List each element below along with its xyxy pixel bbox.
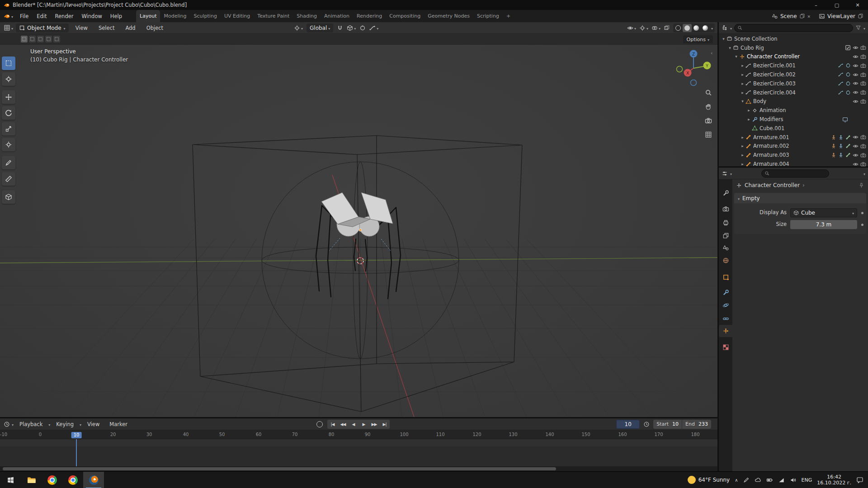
- timeline-editor-icon[interactable]: [4, 421, 10, 427]
- animate-property-dot[interactable]: [861, 224, 863, 226]
- menu-select[interactable]: Select: [94, 22, 118, 33]
- eye-icon[interactable]: [853, 152, 859, 158]
- eye-icon[interactable]: [853, 134, 859, 140]
- tab-tool-properties[interactable]: [719, 187, 732, 199]
- animate-property-dot[interactable]: [861, 212, 863, 214]
- minimize-button[interactable]: [806, 0, 826, 10]
- mode-selector[interactable]: Object Mode: [16, 23, 69, 33]
- language-indicator[interactable]: ENG: [802, 477, 812, 483]
- workspace-tab-uv-editing[interactable]: UV Editing: [221, 10, 254, 22]
- workspace-tab-rendering[interactable]: Rendering: [353, 10, 386, 22]
- network-icon[interactable]: [778, 477, 785, 483]
- falloff-button[interactable]: [369, 25, 378, 31]
- clock-widget[interactable]: 16:42 16.10.2022 г.: [817, 474, 851, 486]
- blender-taskbar-button[interactable]: [83, 472, 104, 488]
- disclosure-icon[interactable]: [721, 37, 726, 41]
- menu-playback[interactable]: Playback: [15, 418, 47, 430]
- exclude-checkbox-icon[interactable]: [845, 45, 851, 51]
- object-visibility-button[interactable]: [627, 25, 636, 31]
- eye-icon[interactable]: [853, 161, 859, 166]
- previous-keyframe-button[interactable]: [338, 422, 348, 427]
- menu-view[interactable]: View: [71, 22, 92, 33]
- timeline-tracks[interactable]: [0, 439, 717, 466]
- camera-icon[interactable]: [860, 54, 866, 60]
- outliner-row[interactable]: Cubo Rig: [719, 43, 868, 52]
- workspace-tab-compositing[interactable]: Compositing: [386, 10, 424, 22]
- action-center-icon[interactable]: [856, 476, 863, 483]
- timeline-scrollbar[interactable]: [0, 466, 717, 471]
- outliner-row[interactable]: Armature.003: [719, 150, 868, 160]
- tab-viewlayer-properties[interactable]: [719, 230, 732, 242]
- disclosure-icon[interactable]: [746, 108, 752, 113]
- pin-icon[interactable]: [859, 183, 864, 188]
- eye-icon[interactable]: [853, 99, 859, 104]
- select-mode-intersect-button[interactable]: [53, 36, 60, 42]
- disclosure-icon[interactable]: [740, 144, 745, 148]
- show-gizmo-button[interactable]: [639, 25, 648, 31]
- shading-rendered-button[interactable]: [701, 24, 710, 32]
- add-workspace-button[interactable]: +: [503, 10, 514, 22]
- select-mode-new-button[interactable]: [21, 36, 28, 42]
- sidebar-toggle-arrow[interactable]: ‹: [711, 50, 712, 56]
- transform-tool[interactable]: [2, 138, 15, 151]
- menu-window[interactable]: Window: [78, 10, 106, 22]
- tab-physics-properties[interactable]: [719, 299, 732, 311]
- camera-icon[interactable]: [860, 152, 866, 158]
- spider-character[interactable]: [316, 192, 401, 299]
- empty-panel-header[interactable]: Empty: [734, 193, 866, 203]
- snap-magnet-icon[interactable]: [337, 25, 343, 31]
- start-button[interactable]: [0, 472, 21, 488]
- outliner-search-input[interactable]: [734, 24, 853, 32]
- scrollbar-thumb[interactable]: [3, 467, 556, 470]
- character-controller-cube[interactable]: [193, 136, 522, 412]
- outliner-row[interactable]: BezierCircle.001: [719, 61, 868, 70]
- chrome-button[interactable]: [42, 472, 62, 488]
- add-cube-tool[interactable]: [2, 190, 15, 204]
- transform-orientation-button[interactable]: Global: [307, 23, 333, 33]
- unlink-scene-icon[interactable]: [807, 13, 811, 19]
- disclosure-icon[interactable]: [740, 135, 745, 140]
- camera-icon[interactable]: [860, 72, 866, 78]
- chrome-button-2[interactable]: [62, 472, 83, 488]
- disclosure-icon[interactable]: [740, 81, 745, 86]
- workspace-tab-geometry-nodes[interactable]: Geometry Nodes: [424, 10, 473, 22]
- battery-icon[interactable]: [766, 477, 773, 483]
- next-keyframe-button[interactable]: [369, 422, 379, 427]
- play-reverse-button[interactable]: [348, 422, 359, 427]
- outliner-row[interactable]: Animation: [719, 106, 868, 115]
- select-mode-invert-button[interactable]: [45, 36, 52, 42]
- onedrive-cloud-icon[interactable]: [755, 477, 761, 483]
- measure-tool[interactable]: [2, 172, 15, 186]
- gizmo-axis-neg-y[interactable]: [677, 66, 683, 72]
- camera-icon[interactable]: [860, 143, 866, 149]
- proportional-edit-icon[interactable]: [359, 25, 366, 31]
- current-frame-field[interactable]: 10: [616, 420, 640, 429]
- filter-icon[interactable]: [855, 25, 861, 31]
- tab-texture-properties[interactable]: [719, 341, 732, 353]
- file-explorer-button[interactable]: [21, 472, 42, 488]
- properties-search-input[interactable]: [761, 169, 829, 178]
- move-tool[interactable]: [2, 90, 15, 104]
- select-mode-extend-button[interactable]: [29, 36, 36, 42]
- xray-toggle-icon[interactable]: [664, 25, 670, 31]
- eye-icon[interactable]: [853, 89, 859, 95]
- tab-world-properties[interactable]: [719, 254, 732, 267]
- disclosure-icon[interactable]: [740, 162, 745, 166]
- rotate-tool[interactable]: [2, 106, 15, 120]
- menu-marker[interactable]: Marker: [105, 418, 132, 430]
- auto-keying-button[interactable]: [316, 421, 323, 427]
- gizmo-axis-neg-z[interactable]: [691, 80, 697, 86]
- outliner-row[interactable]: Armature.002: [719, 142, 868, 151]
- jump-to-start-button[interactable]: [327, 422, 338, 427]
- timeline-ruler[interactable]: -10 0 10 20 30 40 50 60 70 80 90 100 110…: [0, 430, 717, 439]
- jump-to-end-button[interactable]: [379, 422, 390, 427]
- outliner-editor-icon[interactable]: [722, 25, 728, 31]
- workspace-tab-sculpting[interactable]: Sculpting: [190, 10, 221, 22]
- annotate-tool[interactable]: [2, 156, 15, 169]
- close-button[interactable]: [847, 0, 868, 10]
- outliner-row[interactable]: BezierCircle.002: [719, 70, 868, 79]
- maximize-button[interactable]: [826, 0, 847, 10]
- tab-object-data-properties[interactable]: [719, 325, 732, 337]
- workspace-tab-texture-paint[interactable]: Texture Paint: [254, 10, 293, 22]
- tray-expand-icon[interactable]: [735, 477, 738, 483]
